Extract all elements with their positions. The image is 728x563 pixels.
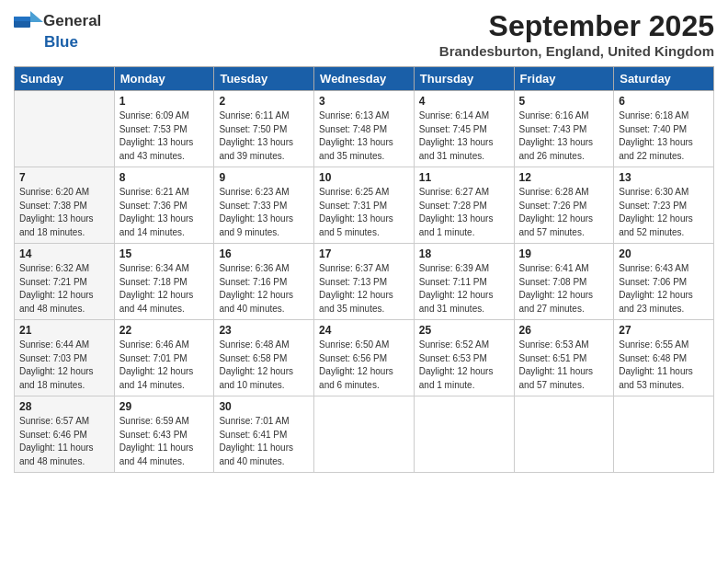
calendar-cell: 26Sunrise: 6:53 AM Sunset: 6:51 PM Dayli… — [514, 320, 614, 396]
day-info: Sunrise: 6:23 AM Sunset: 7:33 PM Dayligh… — [219, 186, 309, 239]
logo-general: General — [43, 12, 101, 30]
main-container: General Blue September 2025 Brandesburto… — [0, 0, 728, 482]
day-info: Sunrise: 6:55 AM Sunset: 6:48 PM Dayligh… — [619, 339, 709, 392]
day-info: Sunrise: 6:11 AM Sunset: 7:50 PM Dayligh… — [219, 109, 309, 163]
day-number: 5 — [519, 95, 609, 108]
day-info: Sunrise: 6:21 AM Sunset: 7:36 PM Dayligh… — [119, 186, 210, 239]
calendar-cell: 15Sunrise: 6:34 AM Sunset: 7:18 PM Dayli… — [114, 244, 214, 320]
day-info: Sunrise: 6:28 AM Sunset: 7:26 PM Dayligh… — [519, 186, 609, 239]
calendar-cell: 12Sunrise: 6:28 AM Sunset: 7:26 PM Dayli… — [514, 167, 614, 244]
day-info: Sunrise: 6:41 AM Sunset: 7:08 PM Dayligh… — [519, 262, 609, 316]
calendar-cell: 23Sunrise: 6:48 AM Sunset: 6:58 PM Dayli… — [214, 320, 314, 396]
day-number: 12 — [519, 171, 609, 184]
day-number: 20 — [619, 247, 709, 260]
day-info: Sunrise: 6:32 AM Sunset: 7:21 PM Dayligh… — [19, 262, 109, 316]
day-number: 15 — [119, 247, 210, 260]
calendar-week-row: 1Sunrise: 6:09 AM Sunset: 7:53 PM Daylig… — [15, 91, 714, 167]
day-info: Sunrise: 6:13 AM Sunset: 7:48 PM Dayligh… — [319, 109, 409, 163]
day-info: Sunrise: 6:25 AM Sunset: 7:31 PM Dayligh… — [319, 186, 409, 239]
day-number: 2 — [219, 95, 309, 108]
day-number: 25 — [419, 324, 509, 337]
day-number: 10 — [319, 171, 409, 184]
calendar-cell — [15, 91, 115, 167]
header: General Blue September 2025 Brandesburto… — [14, 9, 714, 59]
calendar-cell: 19Sunrise: 6:41 AM Sunset: 7:08 PM Dayli… — [514, 244, 614, 320]
calendar-week-row: 7Sunrise: 6:20 AM Sunset: 7:38 PM Daylig… — [15, 167, 714, 244]
calendar-cell: 29Sunrise: 6:59 AM Sunset: 6:43 PM Dayli… — [114, 396, 214, 473]
day-number: 27 — [619, 324, 709, 337]
calendar-cell: 20Sunrise: 6:43 AM Sunset: 7:06 PM Dayli… — [614, 244, 714, 320]
day-info: Sunrise: 6:52 AM Sunset: 6:53 PM Dayligh… — [419, 339, 509, 392]
day-number: 26 — [519, 324, 609, 337]
day-info: Sunrise: 6:18 AM Sunset: 7:40 PM Dayligh… — [619, 109, 709, 163]
day-number: 1 — [119, 95, 210, 108]
day-number: 29 — [119, 400, 210, 413]
calendar-cell: 6Sunrise: 6:18 AM Sunset: 7:40 PM Daylig… — [614, 91, 714, 167]
calendar-cell: 21Sunrise: 6:44 AM Sunset: 7:03 PM Dayli… — [15, 320, 115, 396]
location-subtitle: Brandesburton, England, United Kingdom — [439, 43, 714, 59]
calendar-cell: 27Sunrise: 6:55 AM Sunset: 6:48 PM Dayli… — [614, 320, 714, 396]
day-number: 18 — [419, 247, 509, 260]
calendar-cell: 22Sunrise: 6:46 AM Sunset: 7:01 PM Dayli… — [114, 320, 214, 396]
day-number: 23 — [219, 324, 309, 337]
calendar-cell — [514, 396, 614, 473]
calendar-header-row: Sunday Monday Tuesday Wednesday Thursday… — [15, 67, 714, 91]
day-info: Sunrise: 6:53 AM Sunset: 6:51 PM Dayligh… — [519, 339, 609, 392]
calendar-cell: 3Sunrise: 6:13 AM Sunset: 7:48 PM Daylig… — [314, 91, 415, 167]
logo-icon — [14, 9, 43, 33]
calendar-week-row: 14Sunrise: 6:32 AM Sunset: 7:21 PM Dayli… — [15, 244, 714, 320]
day-info: Sunrise: 6:43 AM Sunset: 7:06 PM Dayligh… — [619, 262, 709, 316]
header-monday: Monday — [114, 67, 214, 91]
day-number: 6 — [619, 95, 709, 108]
header-wednesday: Wednesday — [314, 67, 415, 91]
calendar-cell: 8Sunrise: 6:21 AM Sunset: 7:36 PM Daylig… — [114, 167, 214, 244]
day-number: 14 — [19, 247, 109, 260]
day-info: Sunrise: 6:44 AM Sunset: 7:03 PM Dayligh… — [19, 339, 109, 392]
header-friday: Friday — [514, 67, 614, 91]
day-number: 7 — [19, 171, 109, 184]
day-info: Sunrise: 6:34 AM Sunset: 7:18 PM Dayligh… — [119, 262, 210, 316]
day-info: Sunrise: 6:16 AM Sunset: 7:43 PM Dayligh… — [519, 109, 609, 163]
calendar-cell: 14Sunrise: 6:32 AM Sunset: 7:21 PM Dayli… — [15, 244, 115, 320]
calendar-cell: 9Sunrise: 6:23 AM Sunset: 7:33 PM Daylig… — [214, 167, 314, 244]
calendar-cell — [414, 396, 514, 473]
day-info: Sunrise: 6:39 AM Sunset: 7:11 PM Dayligh… — [419, 262, 509, 316]
calendar-cell — [314, 396, 415, 473]
calendar-cell: 11Sunrise: 6:27 AM Sunset: 7:28 PM Dayli… — [414, 167, 514, 244]
day-number: 11 — [419, 171, 509, 184]
day-number: 4 — [419, 95, 509, 108]
calendar-cell: 18Sunrise: 6:39 AM Sunset: 7:11 PM Dayli… — [414, 244, 514, 320]
day-number: 21 — [19, 324, 109, 337]
day-info: Sunrise: 6:48 AM Sunset: 6:58 PM Dayligh… — [219, 339, 309, 392]
calendar-cell: 16Sunrise: 6:36 AM Sunset: 7:16 PM Dayli… — [214, 244, 314, 320]
header-sunday: Sunday — [15, 67, 115, 91]
header-tuesday: Tuesday — [214, 67, 314, 91]
logo: General Blue — [14, 9, 101, 52]
day-info: Sunrise: 6:36 AM Sunset: 7:16 PM Dayligh… — [219, 262, 309, 316]
day-info: Sunrise: 6:14 AM Sunset: 7:45 PM Dayligh… — [419, 109, 509, 163]
day-number: 24 — [319, 324, 409, 337]
day-number: 9 — [219, 171, 309, 184]
day-number: 13 — [619, 171, 709, 184]
day-info: Sunrise: 6:20 AM Sunset: 7:38 PM Dayligh… — [19, 186, 109, 239]
day-number: 8 — [119, 171, 210, 184]
day-info: Sunrise: 6:59 AM Sunset: 6:43 PM Dayligh… — [119, 415, 210, 468]
day-info: Sunrise: 6:30 AM Sunset: 7:23 PM Dayligh… — [619, 186, 709, 239]
day-number: 16 — [219, 247, 309, 260]
calendar-cell — [614, 396, 714, 473]
calendar-cell: 2Sunrise: 6:11 AM Sunset: 7:50 PM Daylig… — [214, 91, 314, 167]
day-number: 19 — [519, 247, 609, 260]
day-number: 30 — [219, 400, 309, 413]
calendar-cell: 28Sunrise: 6:57 AM Sunset: 6:46 PM Dayli… — [15, 396, 115, 473]
calendar-cell: 1Sunrise: 6:09 AM Sunset: 7:53 PM Daylig… — [114, 91, 214, 167]
day-number: 22 — [119, 324, 210, 337]
day-number: 17 — [319, 247, 409, 260]
calendar-cell: 7Sunrise: 6:20 AM Sunset: 7:38 PM Daylig… — [15, 167, 115, 244]
calendar-cell: 5Sunrise: 6:16 AM Sunset: 7:43 PM Daylig… — [514, 91, 614, 167]
day-number: 28 — [19, 400, 109, 413]
day-info: Sunrise: 6:09 AM Sunset: 7:53 PM Dayligh… — [119, 109, 210, 163]
calendar-table: Sunday Monday Tuesday Wednesday Thursday… — [14, 66, 714, 473]
calendar-cell: 17Sunrise: 6:37 AM Sunset: 7:13 PM Dayli… — [314, 244, 415, 320]
calendar-cell: 13Sunrise: 6:30 AM Sunset: 7:23 PM Dayli… — [614, 167, 714, 244]
calendar-cell: 30Sunrise: 7:01 AM Sunset: 6:41 PM Dayli… — [214, 396, 314, 473]
